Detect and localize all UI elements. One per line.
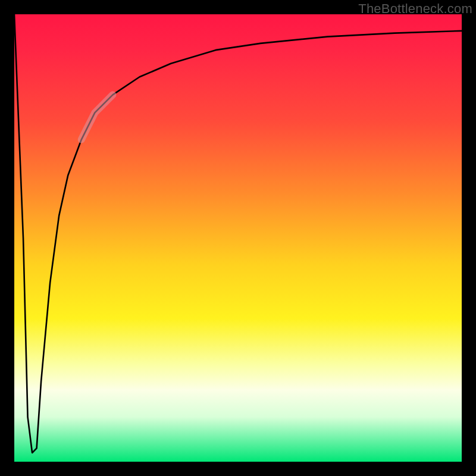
data-curve xyxy=(14,14,462,453)
plot-area xyxy=(14,14,462,462)
chart-frame: TheBottleneck.com xyxy=(0,0,476,476)
curve-highlight xyxy=(82,95,113,139)
curve-svg xyxy=(14,14,462,462)
